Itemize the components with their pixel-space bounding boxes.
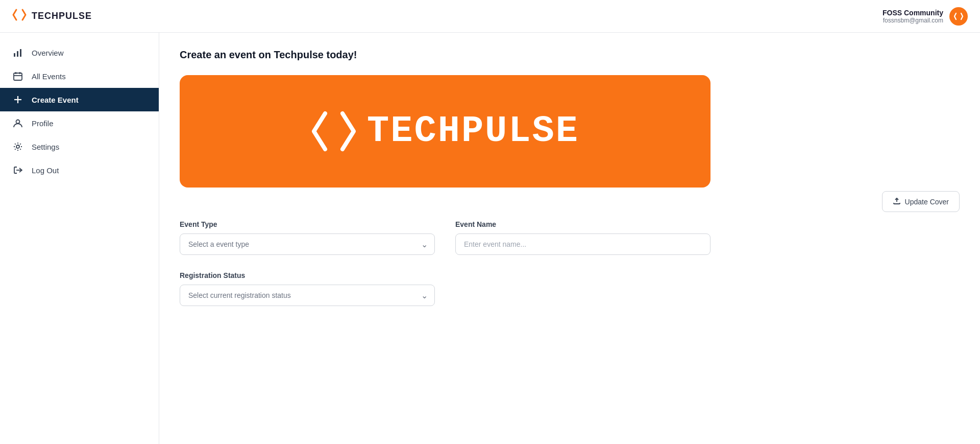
logo-area: TECHPULSE: [12, 8, 92, 25]
user-info: FOSS Community fossnsbm@gmail.com: [883, 9, 943, 24]
form-row-2: Registration Status Select current regis…: [180, 271, 710, 306]
sidebar-item-profile[interactable]: Profile: [0, 111, 159, 135]
cover-logo: TECHPULSE: [311, 108, 579, 154]
event-type-select-wrapper: Select a event type Workshop Conference …: [180, 233, 435, 255]
event-name-label: Event Name: [455, 220, 710, 228]
sidebar-item-log-out[interactable]: Log Out: [0, 158, 159, 182]
cover-container: TECHPULSE Update Cover: [180, 75, 960, 188]
upload-icon: [893, 197, 901, 206]
main-content: Create an event on Techpulse today! TECH…: [159, 33, 980, 444]
event-name-input[interactable]: [455, 233, 710, 255]
svg-rect-1: [17, 51, 18, 57]
event-type-group: Event Type Select a event type Workshop …: [180, 220, 435, 255]
avatar[interactable]: [949, 7, 968, 26]
registration-status-label: Registration Status: [180, 271, 435, 279]
gear-icon: [12, 142, 23, 151]
event-type-select[interactable]: Select a event type Workshop Conference …: [180, 233, 435, 255]
svg-point-9: [16, 120, 20, 124]
sidebar-item-label: Log Out: [32, 166, 59, 175]
logo-icon: [12, 8, 27, 25]
form-row-1: Event Type Select a event type Workshop …: [180, 220, 710, 255]
sidebar-item-create-event[interactable]: Create Event: [0, 88, 159, 111]
user-area: FOSS Community fossnsbm@gmail.com: [883, 7, 968, 26]
user-email: fossnsbm@gmail.com: [883, 17, 943, 24]
logout-icon: [12, 166, 23, 175]
svg-rect-3: [14, 73, 22, 80]
bar-chart-icon: [12, 48, 23, 57]
event-name-group: Event Name: [455, 220, 710, 255]
cover-logo-icon: [311, 108, 357, 154]
app-header: TECHPULSE FOSS Community fossnsbm@gmail.…: [0, 0, 980, 33]
app-layout: Overview All Events Create Event: [0, 33, 980, 444]
sidebar-item-label: Create Event: [32, 96, 79, 104]
svg-point-10: [16, 145, 19, 148]
logo-text: TECHPULSE: [32, 11, 92, 21]
sidebar-item-label: Overview: [32, 49, 64, 57]
plus-icon: [12, 95, 23, 104]
svg-rect-0: [14, 53, 15, 57]
calendar-icon: [12, 72, 23, 81]
cover-image: TECHPULSE: [180, 75, 710, 188]
registration-status-select[interactable]: Select current registration status Open …: [180, 285, 435, 306]
user-icon: [12, 119, 23, 128]
user-name: FOSS Community: [883, 9, 943, 17]
sidebar: Overview All Events Create Event: [0, 33, 159, 444]
sidebar-item-label: Settings: [32, 143, 59, 151]
page-title: Create an event on Techpulse today!: [180, 49, 960, 61]
sidebar-item-settings[interactable]: Settings: [0, 135, 159, 158]
update-cover-label: Update Cover: [905, 198, 949, 206]
create-event-form: Event Type Select a event type Workshop …: [180, 220, 710, 306]
sidebar-item-all-events[interactable]: All Events: [0, 64, 159, 88]
event-type-label: Event Type: [180, 220, 435, 228]
registration-status-group: Registration Status Select current regis…: [180, 271, 435, 306]
svg-rect-2: [20, 49, 21, 57]
sidebar-item-label: Profile: [32, 119, 54, 128]
registration-status-select-wrapper: Select current registration status Open …: [180, 285, 435, 306]
update-cover-button[interactable]: Update Cover: [882, 191, 960, 212]
cover-logo-text: TECHPULSE: [367, 110, 579, 152]
sidebar-item-label: All Events: [32, 72, 66, 81]
sidebar-item-overview[interactable]: Overview: [0, 41, 159, 64]
